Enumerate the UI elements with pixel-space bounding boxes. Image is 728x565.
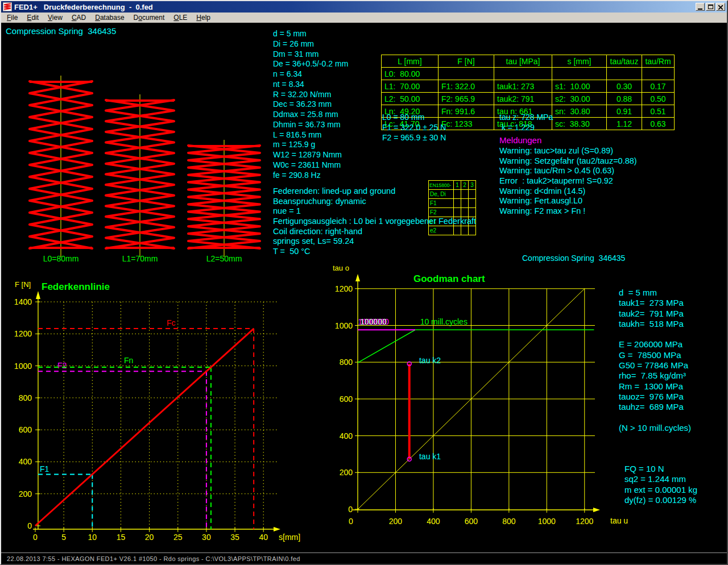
results-cell: 1.12 — [607, 118, 642, 130]
federkennlinie-chart: 0510152025303540020040060080010001200140… — [14, 280, 300, 542]
results-cell: 0.88 — [607, 93, 642, 105]
svg-text:0: 0 — [33, 533, 38, 542]
text-line: Coil direction: right-hand — [273, 227, 476, 237]
text-line: Ddmax = 25.8 mm — [273, 110, 348, 120]
menu-item-database[interactable]: Database — [90, 13, 129, 22]
app-icon — [3, 2, 12, 11]
text-line: G50 = 77846 MPa — [619, 360, 691, 371]
svg-text:400: 400 — [427, 517, 440, 526]
results-col-header: tau/Rm — [642, 55, 675, 68]
menu-item-view[interactable]: View — [43, 13, 67, 22]
svg-text:15: 15 — [117, 533, 126, 542]
svg-text:1000: 1000 — [538, 517, 556, 526]
text-line: tauk2= 791 MPa — [619, 309, 691, 319]
text-line: Dec = 36.23 mm — [273, 99, 348, 110]
material-data: d = 5 mmtauk1= 273 MPatauk2= 791 MPatauk… — [619, 288, 691, 433]
menu-item-ole[interactable]: OLE — [169, 13, 192, 22]
status-bar: 22.08.2013 7:55 - HEXAGON FED1+ V26.1 #1… — [1, 552, 727, 564]
messages-title: Meldungen — [499, 135, 541, 145]
maximize-button[interactable] — [706, 3, 715, 11]
text-line — [619, 413, 691, 423]
status-text: 22.08.2013 7:55 - HEXAGON FED1+ V26.1 #1… — [7, 555, 300, 562]
text-line: springs set, Ls= 59.24 — [273, 236, 476, 247]
svg-text:600: 600 — [465, 517, 478, 526]
svg-text:400: 400 — [340, 431, 353, 441]
svg-text:200: 200 — [389, 517, 403, 526]
results-col-header: tau/tauz — [607, 55, 642, 68]
svg-text:1200: 1200 — [335, 284, 353, 293]
text-line: d = 5 mm — [273, 29, 348, 39]
spring-parameters: d = 5 mmDi = 26 mmDm = 31 mmDe = 36+0.5/… — [273, 29, 348, 180]
spring-length-label: L2=50mm — [196, 254, 253, 263]
results-cell: 0.91 — [607, 105, 642, 118]
text-line: Dhmin = 36.73 mm — [273, 120, 348, 130]
menu-item-cad[interactable]: CAD — [67, 13, 90, 22]
text-line: F2 = 965.9 ± 30 N — [382, 132, 446, 143]
text-line: Federenden: lined-up and ground — [273, 186, 476, 197]
results-row: L1: 70.00F1: 322.0tauk1: 273s1: 10.000.3… — [382, 80, 675, 93]
load-info: L0 = 80 mmF1 = 322.0 ± 25 NF2 = 965.9 ± … — [382, 112, 446, 143]
svg-text:tau k1: tau k1 — [419, 452, 441, 461]
svg-text:20: 20 — [145, 533, 154, 542]
text-line: R = 32.20 N/mm — [273, 90, 348, 100]
menu-item-help[interactable]: Help — [192, 13, 215, 22]
results-cell — [552, 68, 607, 80]
text-line: Fertigungsausgleich : L0 bei 1 vorgegebe… — [273, 217, 476, 227]
results-cell: F2: 965.9 — [439, 93, 494, 105]
results-cell: 0.51 — [642, 105, 675, 118]
minimize-button[interactable] — [696, 3, 705, 11]
results-cell: 0.30 — [607, 80, 642, 93]
svg-text:35: 35 — [230, 533, 239, 542]
results-cell — [494, 68, 552, 80]
text-line: E = 206000 MPa — [619, 339, 691, 350]
svg-text:10 mill.cycles: 10 mill.cycles — [420, 317, 468, 326]
menu-item-edit[interactable]: Edit — [22, 13, 43, 22]
svg-text:tau k2: tau k2 — [419, 356, 441, 365]
svg-text:400: 400 — [19, 457, 32, 466]
results-cell: tauk1: 273 — [494, 80, 552, 93]
close-button[interactable] — [716, 3, 725, 11]
svg-text:F2: F2 — [57, 361, 67, 370]
results-cell: s1: 10.00 — [552, 80, 607, 93]
svg-text:5: 5 — [61, 533, 66, 542]
spring-length-label: L0=80mm — [32, 254, 89, 263]
text-line: d = 5 mm — [619, 288, 691, 298]
results-row: L0: 80.00 — [382, 68, 675, 80]
results-cell: 0.63 — [642, 118, 675, 130]
text-line: De = 36+0.5/-0.2 mm — [273, 59, 348, 69]
results-cell — [439, 68, 494, 80]
window-title: FED1+ Druckfederberechnung - 0.fed — [14, 3, 696, 11]
menu-item-document[interactable]: Document — [129, 13, 169, 22]
goodman-chart: 0200400600800100012000200400600800100012… — [333, 264, 628, 526]
results-cell: tauk2: 791 — [494, 93, 552, 105]
text-line: k = 1.229 — [499, 122, 553, 132]
svg-text:800: 800 — [19, 393, 32, 402]
svg-text:1200: 1200 — [14, 329, 32, 338]
text-line: nt = 8.34 — [273, 80, 348, 90]
menu-bar: FileEditViewCADDatabaseDocumentOLEHelp — [1, 13, 727, 23]
svg-text:800: 800 — [340, 358, 353, 367]
app-window: FED1+ Druckfederberechnung - 0.fed FileE… — [0, 0, 728, 565]
menu-item-file[interactable]: File — [2, 13, 22, 22]
svg-text:tau o: tau o — [333, 264, 349, 272]
maximize-icon — [708, 5, 713, 9]
svg-text:1000: 1000 — [14, 362, 32, 371]
results-cell: L1: 70.00 — [382, 80, 439, 93]
text-line — [619, 329, 691, 339]
text-line: nue = 1 — [273, 206, 476, 217]
results-cell: sn: 30.80 — [552, 105, 607, 118]
spec-lines: Federenden: lined-up and groundBeanspruc… — [273, 186, 476, 257]
document-title: Compression Spring 346435 — [6, 26, 116, 36]
fq-data: FQ = 10 Nsq2 = 1.244 mmm ext = 0.00001 k… — [624, 464, 697, 505]
svg-text:30: 30 — [202, 533, 211, 542]
document-title-2: Compression Spring 346435 — [522, 254, 625, 263]
svg-text:1200: 1200 — [576, 517, 593, 526]
svg-text:10: 10 — [88, 533, 97, 542]
svg-text:40: 40 — [259, 533, 268, 542]
text-line: rho= 7.85 kg/dm³ — [619, 371, 691, 381]
text-line: (N > 10 mill.cycles) — [619, 423, 691, 433]
svg-text:Fn: Fn — [124, 356, 133, 365]
text-line: fe = 290.8 Hz — [273, 171, 348, 181]
text-line: Warning: Setzgefahr (tau2/tauz=0.88) — [499, 156, 637, 167]
text-line: Di = 26 mm — [273, 39, 348, 49]
